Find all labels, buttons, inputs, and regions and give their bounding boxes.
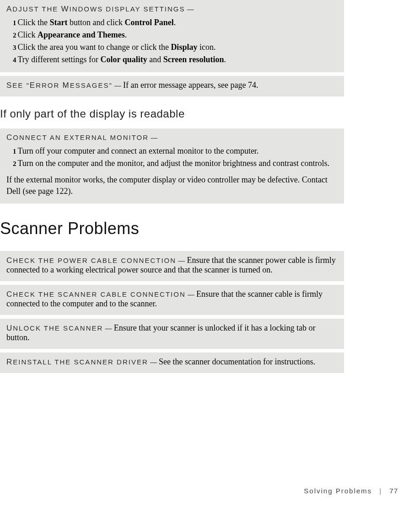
box-unlock-scanner: UNLOCK THE SCANNER — Ensure that your sc… (0, 319, 344, 349)
box-heading: ADJUST THE WINDOWS DISPLAY SETTINGS — (6, 5, 338, 14)
step-list: 1Click the Start button and click Contro… (6, 16, 338, 66)
box-body: See the scanner documentation for instru… (159, 357, 315, 366)
footer-divider-icon: | (379, 487, 382, 495)
step-item: 1Click the Start button and click Contro… (13, 16, 338, 29)
step-item: 1Turn off your computer and connect an e… (13, 145, 338, 157)
box-see-error-messages: SEE "ERROR MESSAGES" — If an error messa… (0, 76, 344, 96)
box-heading: CHECK THE SCANNER CABLE CONNECTION — (6, 290, 196, 298)
box-reinstall-scanner-driver: REINSTALL THE SCANNER DRIVER — See the s… (0, 353, 344, 373)
box-body: If an error message appears, see page 74… (123, 80, 258, 90)
box-adjust-windows-display: ADJUST THE WINDOWS DISPLAY SETTINGS — 1C… (0, 0, 344, 72)
box-heading: REINSTALL THE SCANNER DRIVER — (6, 358, 159, 366)
step-list: 1Turn off your computer and connect an e… (6, 145, 338, 170)
footer-section: Solving Problems (304, 487, 372, 495)
page-content: ADJUST THE WINDOWS DISPLAY SETTINGS — 1C… (0, 0, 420, 373)
footer-page-number: 77 (389, 487, 398, 495)
box-heading: SEE "ERROR MESSAGES" — (6, 81, 123, 89)
section-title-scanner-problems: Scanner Problems (0, 219, 344, 238)
step-item: 4Try different settings for Color qualit… (13, 53, 338, 66)
box-check-power-cable: CHECK THE POWER CABLE CONNECTION — Ensur… (0, 251, 344, 281)
step-item: 2Click Appearance and Themes. (13, 29, 338, 41)
box-connect-external-monitor: CONNECT AN EXTERNAL MONITOR — 1Turn off … (0, 128, 344, 203)
page-footer: Solving Problems | 77 (304, 487, 398, 495)
box-heading: UNLOCK THE SCANNER — (6, 324, 114, 332)
step-item: 2Turn on the computer and the monitor, a… (13, 157, 338, 170)
subheading-partial-display: If only part of the display is readable (0, 107, 344, 120)
box-check-scanner-cable: CHECK THE SCANNER CABLE CONNECTION — Ens… (0, 285, 344, 315)
step-item: 3Click the area you want to change or cl… (13, 41, 338, 53)
box-note: If the external monitor works, the compu… (6, 174, 338, 197)
box-heading: CHECK THE POWER CABLE CONNECTION — (6, 256, 187, 264)
box-heading: CONNECT AN EXTERNAL MONITOR — (6, 133, 338, 142)
